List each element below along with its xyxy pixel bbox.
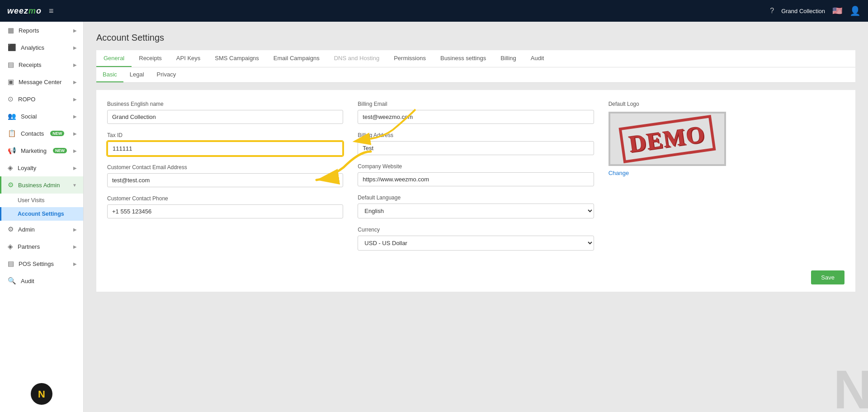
billing-address-label: Billing Address	[358, 132, 594, 138]
customer-email-input[interactable]	[107, 173, 343, 187]
form-card: Business English name Tax ID	[96, 90, 855, 292]
analytics-icon: ⬛	[8, 43, 16, 52]
business-name-group: Business English name	[107, 101, 343, 124]
sidebar-item-label: Receipts	[19, 62, 42, 68]
tab-business-settings[interactable]: Business settings	[433, 50, 493, 67]
marketing-badge: NEW	[53, 148, 67, 153]
admin-icon: ⚙	[8, 225, 14, 233]
hamburger-icon[interactable]: ≡	[49, 6, 54, 16]
tax-id-label: Tax ID	[107, 132, 343, 138]
sidebar-item-pos-settings[interactable]: ▤ POS Settings ▶	[0, 255, 83, 272]
business-admin-icon: ⚙	[8, 181, 14, 189]
default-logo-label: Default Logo	[609, 101, 639, 107]
sub-item-label: Account Settings	[18, 211, 64, 217]
tab-permissions[interactable]: Permissions	[387, 50, 433, 67]
tab-api-keys[interactable]: API Keys	[169, 50, 208, 67]
sidebar-sub-item-user-visits[interactable]: User Visits	[0, 194, 83, 207]
expand-arrow: ▶	[73, 131, 77, 136]
tab-receipts[interactable]: Receipts	[132, 50, 169, 67]
svg-text:N: N	[38, 388, 45, 400]
main-content: Account Settings General Receipts API Ke…	[84, 22, 868, 412]
billing-address-input[interactable]	[358, 141, 594, 155]
sidebar-item-label: ROPO	[18, 96, 35, 103]
expand-arrow: ▶	[73, 62, 77, 67]
flag-icon: 🇺🇸	[832, 6, 842, 16]
sidebar-item-label: Contacts	[21, 130, 44, 137]
sub-tab-privacy[interactable]: Privacy	[151, 67, 183, 82]
tax-id-input[interactable]	[107, 141, 343, 156]
sidebar-item-business-admin[interactable]: ⚙ Business Admin ▼	[0, 176, 83, 194]
sidebar-item-ropo[interactable]: ⊙ ROPO ▶	[0, 90, 83, 108]
expand-arrow: ▶	[73, 28, 77, 33]
sidebar-item-analytics[interactable]: ⬛ Analytics ▶	[0, 39, 83, 56]
partners-icon: ◈	[8, 242, 13, 251]
billing-address-group: Billing Address	[358, 132, 594, 155]
expand-arrow: ▶	[73, 261, 77, 266]
customer-email-label: Customer Contact Email Address	[107, 164, 343, 170]
sub-tab-basic[interactable]: Basic	[96, 67, 123, 82]
sidebar-item-label: Admin	[18, 226, 35, 233]
sidebar-item-label: Audit	[21, 278, 34, 284]
top-nav-right: ? Grand Collection 🇺🇸 👤	[770, 5, 861, 16]
billing-email-input[interactable]	[358, 110, 594, 124]
tab-sms-campaigns[interactable]: SMS Campaigns	[208, 50, 266, 67]
sidebar-item-social[interactable]: 👥 Social ▶	[0, 108, 83, 125]
sidebar-item-label: Analytics	[21, 44, 44, 51]
sidebar-item-audit[interactable]: 🔍 Audit	[0, 272, 83, 289]
company-website-input[interactable]	[358, 172, 594, 186]
expand-arrow: ▶	[73, 244, 77, 249]
sidebar-item-label: Message Center	[19, 79, 61, 85]
customer-phone-group: Customer Contact Phone	[107, 195, 343, 218]
expand-arrow-down: ▼	[72, 183, 77, 188]
tax-id-group: Tax ID	[107, 132, 343, 156]
default-language-group: Default Language English	[358, 194, 594, 218]
save-btn-container: Save	[96, 265, 855, 292]
contacts-badge: NEW	[50, 131, 64, 136]
brand-name: Grand Collection	[781, 8, 825, 14]
logo-section: Default Logo DEMO Change	[609, 101, 844, 251]
sidebar-item-admin[interactable]: ⚙ Admin ▶	[0, 221, 83, 238]
sidebar-item-receipts[interactable]: ▤ Receipts ▶	[0, 56, 83, 73]
help-icon[interactable]: ?	[770, 7, 774, 15]
save-button[interactable]: Save	[811, 270, 844, 284]
currency-label: Currency	[358, 227, 594, 233]
sidebar-item-loyalty[interactable]: ◈ Loyalty ▶	[0, 159, 83, 176]
tab-dns-hosting: DNS and Hosting	[327, 50, 387, 67]
n-logo: N	[31, 383, 52, 405]
sidebar-item-reports[interactable]: ▦ Reports ▶	[0, 22, 83, 39]
default-language-select[interactable]: English	[358, 204, 594, 218]
sub-tab-legal[interactable]: Legal	[123, 67, 151, 82]
sub-item-label: User Visits	[18, 197, 45, 204]
company-website-group: Company Website	[358, 163, 594, 186]
expand-arrow: ▶	[73, 114, 77, 119]
billing-email-group: Billing Email	[358, 101, 594, 124]
tab-audit[interactable]: Audit	[524, 50, 552, 67]
sidebar-item-contacts[interactable]: 📋 Contacts NEW ▶	[0, 125, 83, 142]
ropo-icon: ⊙	[8, 95, 14, 103]
tab-general[interactable]: General	[96, 50, 132, 67]
tab-email-campaigns[interactable]: Email Campaigns	[266, 50, 327, 67]
tab-billing[interactable]: Billing	[493, 50, 524, 67]
sidebar-item-marketing[interactable]: 📢 Marketing NEW ▶	[0, 142, 83, 159]
sidebar-item-label: Partners	[18, 243, 40, 250]
sidebar-sub-item-account-settings[interactable]: Account Settings	[0, 207, 83, 221]
expand-arrow: ▶	[73, 166, 77, 170]
billing-email-label: Billing Email	[358, 101, 594, 107]
company-website-label: Company Website	[358, 163, 594, 170]
currency-select[interactable]: USD - US Dollar	[358, 236, 594, 251]
top-nav: weezmo ≡ ? Grand Collection 🇺🇸 👤	[0, 0, 868, 22]
logo-text: weezmo	[7, 6, 42, 16]
sidebar-item-partners[interactable]: ◈ Partners ▶	[0, 238, 83, 255]
sidebar-item-message-center[interactable]: ▣ Message Center ▶	[0, 73, 83, 90]
default-language-label: Default Language	[358, 194, 594, 201]
expand-arrow: ▶	[73, 227, 77, 232]
form-section: Business English name Tax ID	[96, 90, 855, 265]
social-icon: 👥	[8, 112, 16, 120]
customer-phone-input[interactable]	[107, 204, 343, 218]
business-name-label: Business English name	[107, 101, 343, 107]
change-logo-link[interactable]: Change	[609, 170, 629, 176]
business-name-input[interactable]	[107, 110, 343, 124]
tabs-bar: General Receipts API Keys SMS Campaigns …	[96, 50, 855, 67]
avatar-icon[interactable]: 👤	[849, 5, 861, 16]
sidebar-item-label: POS Settings	[19, 260, 54, 267]
